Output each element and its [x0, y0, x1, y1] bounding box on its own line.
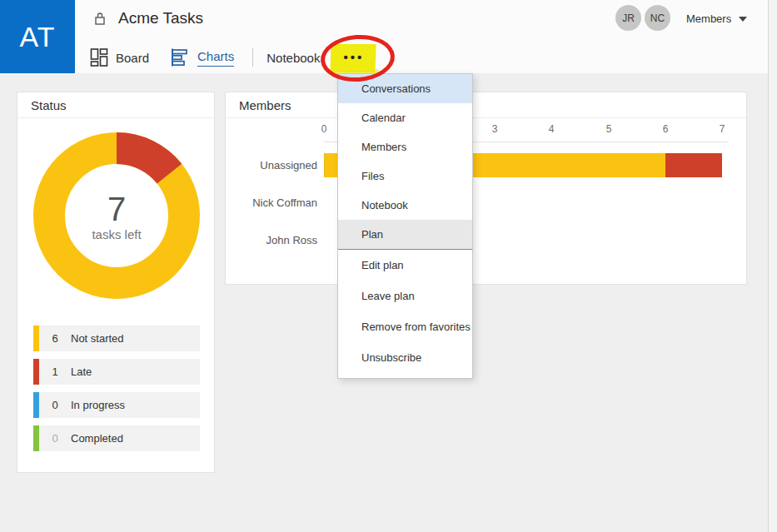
bar-unassigned-late[interactable]: [665, 153, 722, 177]
status-card-title: Status: [17, 92, 214, 118]
x-tick-3: 3: [490, 123, 500, 135]
x-tick-5: 5: [604, 123, 614, 135]
in-progress-count: 0: [39, 399, 71, 411]
menu-item-unsubscribe[interactable]: Unsubscribe: [338, 342, 472, 373]
x-tick-7: 7: [717, 123, 727, 135]
plan-title: Acme Tasks: [118, 9, 203, 27]
row-label-nick-coffman: Nick Coffman: [231, 196, 317, 209]
menu-item-leave-plan[interactable]: Leave plan: [338, 281, 472, 311]
scrollbar-track[interactable]: [768, 0, 777, 532]
menu-item-remove-from-favorites[interactable]: Remove from favorites: [338, 311, 472, 342]
not-started-color-swatch: [33, 326, 39, 351]
tab-board[interactable]: Board: [90, 47, 149, 67]
lock-icon: [94, 12, 106, 25]
late-label: Late: [71, 365, 92, 378]
not-started-count: 6: [39, 332, 71, 345]
avatar-jr[interactable]: JR: [615, 5, 641, 31]
members-dropdown-button[interactable]: Members: [686, 12, 747, 25]
in-progress-color-swatch: [33, 392, 39, 418]
status-card: Status 7 tasks left 6 Not started 1 Late: [17, 92, 215, 473]
menu-item-plan[interactable]: Plan: [338, 220, 472, 249]
tab-charts-label: Charts: [197, 49, 234, 67]
menu-item-edit-plan[interactable]: Edit plan: [338, 250, 472, 281]
legend-row-completed[interactable]: 0 Completed: [33, 425, 200, 451]
tab-charts[interactable]: Charts: [171, 47, 234, 67]
tab-bar: Board Charts Notebook: [90, 46, 333, 69]
menu-item-notebook[interactable]: Notebook: [338, 191, 472, 220]
menu-item-members[interactable]: Members: [338, 132, 472, 162]
late-color-swatch: [33, 359, 39, 385]
tab-notebook-label: Notebook: [266, 51, 320, 65]
chevron-down-icon: [739, 17, 747, 22]
status-legend: 6 Not started 1 Late 0 In progress 0 Com…: [33, 326, 200, 459]
status-donut-chart[interactable]: [33, 132, 200, 299]
completed-count: 0: [39, 432, 71, 445]
completed-color-swatch: [33, 425, 39, 451]
tab-board-label: Board: [116, 51, 149, 65]
avatar-nc[interactable]: NC: [645, 5, 670, 31]
bar-baseline-edge: [324, 153, 325, 177]
legend-row-not-started[interactable]: 6 Not started: [33, 326, 200, 351]
in-progress-label: In progress: [71, 399, 125, 411]
x-tick-0: 0: [319, 123, 329, 135]
not-started-label: Not started: [71, 332, 124, 345]
more-options-menu: Conversations Calendar Members Files Not…: [337, 73, 473, 379]
x-tick-4: 4: [546, 123, 556, 135]
board-icon: [90, 47, 108, 67]
charts-icon: [171, 47, 190, 67]
x-tick-6: 6: [660, 123, 670, 135]
menu-item-calendar[interactable]: Calendar: [338, 103, 472, 132]
tab-notebook[interactable]: Notebook: [266, 51, 320, 65]
members-card-title: Members: [226, 92, 746, 118]
tab-divider: [252, 48, 253, 67]
plan-logo-tile[interactable]: AT: [0, 0, 75, 73]
row-label-john-ross: John Ross: [231, 234, 317, 246]
completed-label: Completed: [71, 432, 123, 445]
members-dropdown-label: Members: [686, 12, 731, 25]
planner-charts-page: AT Acme Tasks Board: [0, 0, 777, 532]
menu-item-files[interactable]: Files: [338, 162, 472, 191]
row-label-unassigned: Unassigned: [231, 159, 317, 172]
members-card: Members 0 1 2 3 4 5 6 7 Unassigned Nick …: [225, 92, 747, 285]
legend-row-late[interactable]: 1 Late: [33, 359, 200, 385]
legend-row-in-progress[interactable]: 0 In progress: [33, 392, 200, 418]
late-count: 1: [39, 365, 71, 378]
